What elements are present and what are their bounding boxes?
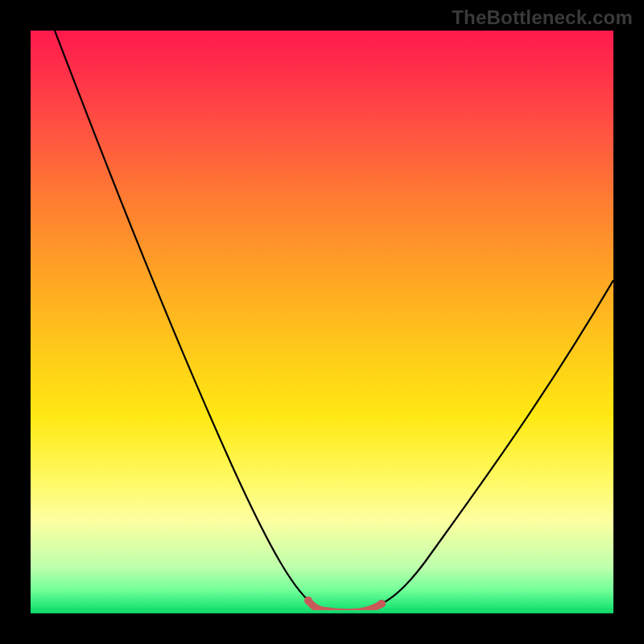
baseline-band (31, 610, 613, 613)
highlight-dot-right (378, 600, 386, 608)
bottleneck-curve (55, 31, 613, 611)
curve-svg (31, 31, 613, 613)
watermark-text: TheBottleneck.com (452, 6, 633, 29)
chart-frame: TheBottleneck.com (0, 0, 644, 644)
plot-area (31, 31, 613, 613)
highlight-dot-left (304, 597, 312, 605)
